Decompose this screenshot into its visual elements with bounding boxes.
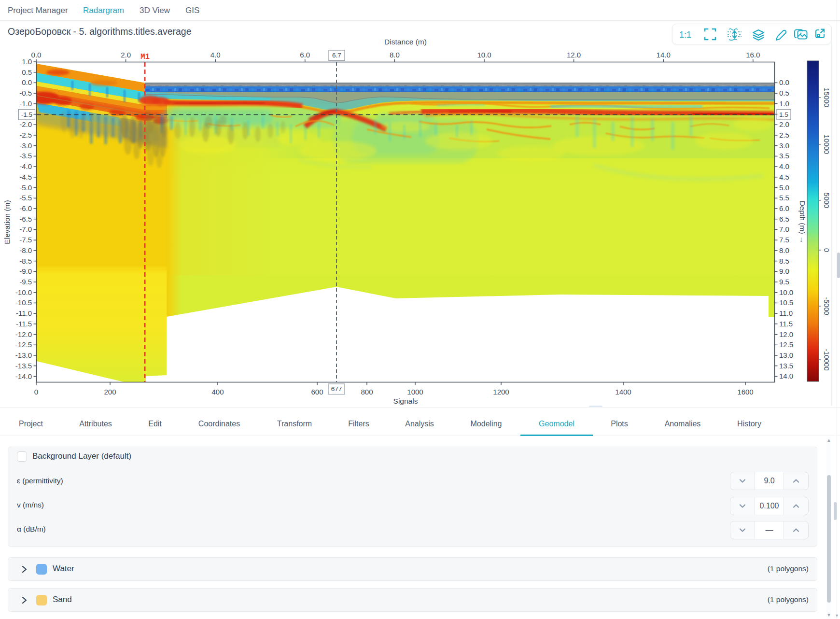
svg-text:-2.0: -2.0 <box>19 120 32 128</box>
svg-text:400: 400 <box>211 388 224 396</box>
svg-text:-12.5: -12.5 <box>15 340 32 349</box>
svg-text:5000: 5000 <box>823 193 830 208</box>
svg-text:8.0: 8.0 <box>779 246 789 254</box>
svg-text:9.0: 9.0 <box>779 267 789 275</box>
svg-text:-5.5: -5.5 <box>19 194 32 202</box>
svg-text:-12.0: -12.0 <box>15 330 32 338</box>
svg-text:11.5: 11.5 <box>779 320 793 328</box>
svg-text:1000: 1000 <box>407 388 423 396</box>
svg-text:6.5: 6.5 <box>779 215 789 223</box>
svg-text:-10.5: -10.5 <box>15 298 32 307</box>
svg-text:1400: 1400 <box>615 388 631 396</box>
svg-text:-5000: -5000 <box>823 297 830 315</box>
svg-text:1.5: 1.5 <box>779 111 788 118</box>
svg-text:-11.5: -11.5 <box>16 320 32 328</box>
svg-text:10.0: 10.0 <box>779 288 793 296</box>
svg-text:13.5: 13.5 <box>779 362 793 370</box>
svg-text:-1.5: -1.5 <box>21 111 32 118</box>
svg-text:14.0: 14.0 <box>657 51 671 59</box>
svg-text:10000: 10000 <box>823 135 830 154</box>
svg-text:16.0: 16.0 <box>746 51 760 59</box>
svg-text:10.5: 10.5 <box>779 298 793 307</box>
svg-text:-9.5: -9.5 <box>19 278 32 286</box>
svg-text:12.0: 12.0 <box>567 51 581 59</box>
svg-text:Elevation (m): Elevation (m) <box>3 200 11 244</box>
svg-text:2.5: 2.5 <box>779 131 789 139</box>
svg-text:0: 0 <box>823 248 830 252</box>
svg-text:677: 677 <box>331 385 342 393</box>
svg-text:-4.0: -4.0 <box>19 162 32 170</box>
svg-text:-5.0: -5.0 <box>19 183 32 192</box>
svg-text:600: 600 <box>311 388 323 396</box>
svg-text:M1: M1 <box>140 53 150 61</box>
svg-text:800: 800 <box>361 388 373 396</box>
svg-text:4.0: 4.0 <box>779 162 789 170</box>
svg-text:7.0: 7.0 <box>779 225 789 233</box>
svg-text:-7.5: -7.5 <box>19 236 32 244</box>
svg-text:-14.0: -14.0 <box>15 372 32 380</box>
svg-text:0: 0 <box>34 388 38 396</box>
svg-text:0.5: 0.5 <box>779 89 789 97</box>
svg-text:Distance (m): Distance (m) <box>384 38 427 46</box>
svg-text:6.0: 6.0 <box>300 51 310 59</box>
svg-text:10.0: 10.0 <box>477 51 491 59</box>
svg-text:12.0: 12.0 <box>779 330 793 338</box>
svg-text:15000: 15000 <box>823 88 830 107</box>
svg-text:Signals: Signals <box>393 397 418 405</box>
svg-text:-10.0: -10.0 <box>15 288 32 296</box>
svg-text:6.7: 6.7 <box>332 52 341 59</box>
svg-text:-9.0: -9.0 <box>19 267 32 275</box>
svg-text:8.0: 8.0 <box>390 51 400 59</box>
svg-text:-2.5: -2.5 <box>19 131 32 139</box>
svg-text:200: 200 <box>104 388 116 396</box>
svg-text:9.5: 9.5 <box>779 278 789 286</box>
svg-text:5.5: 5.5 <box>779 194 789 202</box>
svg-text:1.0: 1.0 <box>779 99 789 108</box>
svg-text:Depth (m) →: Depth (m) → <box>798 201 807 244</box>
svg-text:14.0: 14.0 <box>779 372 793 380</box>
svg-text:-0.5: -0.5 <box>19 89 32 97</box>
svg-text:3.0: 3.0 <box>779 141 789 150</box>
svg-text:7.5: 7.5 <box>779 236 789 244</box>
svg-text:2.0: 2.0 <box>121 51 131 59</box>
svg-text:0.0: 0.0 <box>31 51 42 59</box>
svg-text:0.5: 0.5 <box>22 68 32 76</box>
svg-text:-8.0: -8.0 <box>19 246 32 254</box>
svg-text:-8.5: -8.5 <box>19 257 32 265</box>
svg-text:4.5: 4.5 <box>779 173 789 181</box>
svg-text:-7.0: -7.0 <box>19 225 32 233</box>
svg-text:1600: 1600 <box>737 388 753 396</box>
svg-text:-1.0: -1.0 <box>19 99 32 108</box>
svg-text:-6.5: -6.5 <box>19 215 32 223</box>
svg-text:-4.5: -4.5 <box>19 173 32 181</box>
svg-text:1.0: 1.0 <box>22 57 32 66</box>
svg-text:1200: 1200 <box>493 388 509 396</box>
svg-text:4.0: 4.0 <box>210 51 221 59</box>
svg-text:-11.0: -11.0 <box>16 309 32 317</box>
svg-text:12.5: 12.5 <box>779 340 793 349</box>
svg-text:-13.5: -13.5 <box>15 362 32 370</box>
svg-text:2.0: 2.0 <box>779 120 789 128</box>
svg-text:0.0: 0.0 <box>22 78 32 86</box>
svg-text:3.5: 3.5 <box>779 152 789 160</box>
svg-text:1:1: 1:1 <box>679 30 691 40</box>
svg-text:-6.0: -6.0 <box>19 204 32 212</box>
svg-text:5.0: 5.0 <box>779 183 789 192</box>
svg-text:-3.5: -3.5 <box>19 152 32 160</box>
svg-text:0.0: 0.0 <box>779 78 789 86</box>
svg-text:13.0: 13.0 <box>779 351 793 359</box>
svg-text:-13.0: -13.0 <box>15 351 32 359</box>
svg-text:6.0: 6.0 <box>779 204 789 212</box>
svg-text:-10000: -10000 <box>823 349 830 370</box>
svg-text:8.5: 8.5 <box>779 257 789 265</box>
svg-text:-3.0: -3.0 <box>19 141 32 150</box>
svg-text:11.0: 11.0 <box>779 309 793 317</box>
